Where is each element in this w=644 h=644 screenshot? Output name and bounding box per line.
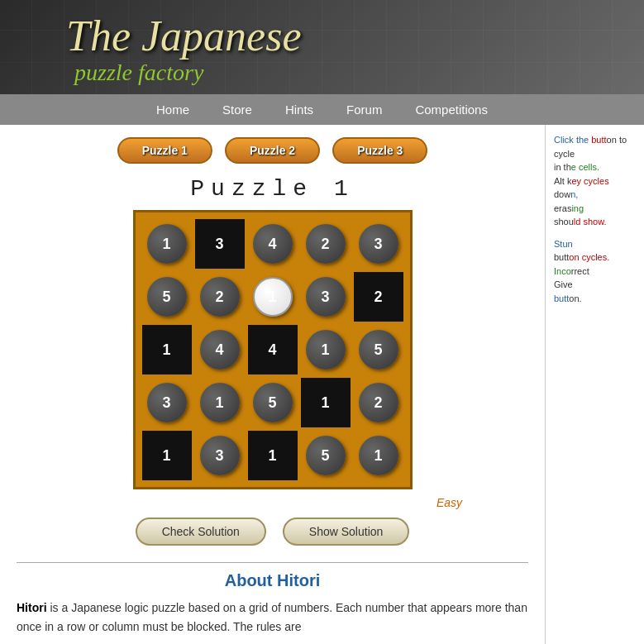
show-solution-button[interactable]: Show Solution <box>283 518 410 546</box>
site-title: The Japanese <box>66 12 627 60</box>
cell-3-2[interactable]: 5 <box>248 378 298 427</box>
cell-0-4[interactable]: 3 <box>354 219 403 269</box>
cell-4-1[interactable]: 3 <box>195 431 245 480</box>
cell-4-0[interactable]: 1 <box>142 431 192 480</box>
cell-1-1[interactable]: 2 <box>195 272 245 322</box>
about-bold: Hitori <box>17 601 47 614</box>
puzzle-grid-wrapper: 1 3 4 2 3 5 2 1 3 2 1 4 4 1 5 3 1 5 <box>17 210 528 489</box>
cell-4-3[interactable]: 5 <box>301 431 351 480</box>
puzzle-tabs: Puzzle 1 Puzzle 2 Puzzle 3 <box>17 137 528 164</box>
puzzle-tab-3[interactable]: Puzzle 3 <box>332 137 427 164</box>
sidebar-para1: Click the button to cycle in the cells. … <box>554 133 636 229</box>
nav-home[interactable]: Home <box>156 103 189 117</box>
puzzle-grid[interactable]: 1 3 4 2 3 5 2 1 3 2 1 4 4 1 5 3 1 5 <box>133 210 413 489</box>
difficulty-label: Easy <box>17 496 528 509</box>
cell-0-2[interactable]: 4 <box>248 219 298 269</box>
sidebar: Click the button to cycle in the cells. … <box>545 125 644 644</box>
cell-3-3[interactable]: 1 <box>301 378 351 427</box>
about-rest: is a Japanese logic puzzle based on a gr… <box>17 601 527 632</box>
about-intro: Hitori is a Japanese logic puzzle based … <box>17 599 528 636</box>
cell-1-4[interactable]: 2 <box>354 272 403 322</box>
nav-forum[interactable]: Forum <box>346 103 382 117</box>
site-subtitle: puzzle factory <box>74 60 627 86</box>
cell-2-0[interactable]: 1 <box>142 325 192 374</box>
nav-competitions[interactable]: Competitions <box>415 103 488 117</box>
cell-2-3[interactable]: 1 <box>301 325 351 374</box>
main-content: Puzzle 1 Puzzle 2 Puzzle 3 Puzzle 1 1 3 … <box>0 125 644 644</box>
about-title: About Hitori <box>17 571 528 590</box>
puzzle-title: Puzzle 1 <box>17 176 528 202</box>
sidebar-para2: Stun button cycles. Incorrect Give butto… <box>554 237 636 306</box>
cell-4-2[interactable]: 1 <box>248 431 298 480</box>
cell-2-2[interactable]: 4 <box>248 325 298 374</box>
cell-4-4[interactable]: 1 <box>354 431 403 480</box>
page-header: The Japanese puzzle factory <box>0 0 644 94</box>
cell-2-4[interactable]: 5 <box>354 325 403 374</box>
puzzle-tab-2[interactable]: Puzzle 2 <box>225 137 320 164</box>
action-buttons: Check Solution Show Solution <box>17 518 528 546</box>
cell-3-1[interactable]: 1 <box>195 378 245 427</box>
cell-2-1[interactable]: 4 <box>195 325 245 374</box>
main-nav: Home Store Hints Forum Competitions <box>0 94 644 125</box>
cell-3-0[interactable]: 3 <box>142 378 192 427</box>
puzzle-tab-1[interactable]: Puzzle 1 <box>117 137 212 164</box>
cell-0-1[interactable]: 3 <box>195 219 245 269</box>
cell-0-0[interactable]: 1 <box>142 219 192 269</box>
content-area: Puzzle 1 Puzzle 2 Puzzle 3 Puzzle 1 1 3 … <box>0 125 545 644</box>
cell-1-2[interactable]: 1 <box>248 272 298 322</box>
nav-store[interactable]: Store <box>222 103 252 117</box>
check-solution-button[interactable]: Check Solution <box>136 518 266 546</box>
cell-1-0[interactable]: 5 <box>142 272 192 322</box>
cell-3-4[interactable]: 2 <box>354 378 403 427</box>
cell-0-3[interactable]: 2 <box>301 219 351 269</box>
divider <box>17 562 528 563</box>
cell-1-3[interactable]: 3 <box>301 272 351 322</box>
nav-hints[interactable]: Hints <box>285 103 313 117</box>
